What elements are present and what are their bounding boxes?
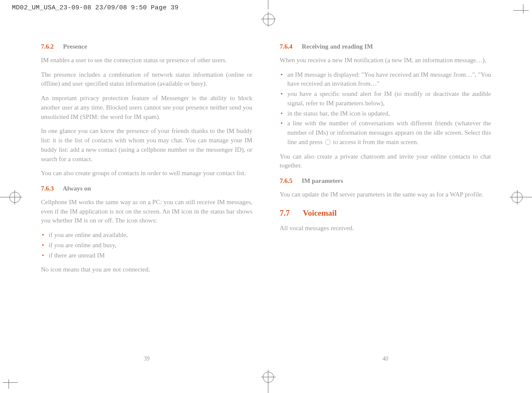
list-item: an IM message is displayed: "You have re… — [280, 70, 491, 89]
section-title: Receiving and reading IM — [302, 43, 373, 50]
heading-765: 7.6.5 IM parameters — [280, 176, 491, 186]
heading-762: 7.6.2 Presence — [41, 42, 253, 52]
page-left: 7.6.2 Presence IM enables a user to see … — [41, 36, 253, 363]
list-item: if you are online and available, — [41, 231, 253, 240]
section-number: 7.7 — [280, 208, 290, 217]
page-number-left: 39 — [41, 355, 253, 363]
section-title: Presence — [63, 43, 87, 50]
list-item: in the status bar, the IM icon is update… — [280, 109, 491, 118]
body-text: No icon means that you are not connected… — [41, 265, 253, 275]
bullet-list-763: if you are online and available, if you … — [41, 231, 253, 260]
page-right: 7.6.4 Receiving and reading IM When you … — [280, 36, 491, 363]
heading-764: 7.6.4 Receiving and reading IM — [280, 42, 491, 52]
page-spread: 7.6.2 Presence IM enables a user to see … — [41, 36, 491, 363]
bullet-list-764: an IM message is displayed: "You have re… — [280, 70, 491, 147]
section-title: IM parameters — [302, 177, 343, 184]
section-number: 7.6.5 — [280, 177, 293, 184]
crop-mark-left-icon — [0, 192, 21, 203]
print-header-slug: MD02_UM_USA_23-09-08 23/09/08 9:50 Page … — [12, 3, 179, 13]
heading-763: 7.6.3 Always on — [41, 184, 253, 194]
body-text: The presence includes a combination of n… — [41, 70, 253, 89]
body-text: You can also create a private chatroom a… — [280, 152, 491, 171]
body-text: You can update the IM server parameters … — [280, 190, 491, 199]
body-text: When you receive a new IM notification (… — [280, 56, 491, 65]
body-text: In one glance you can know the presence … — [41, 127, 253, 164]
list-item: a line with the number of conversations … — [280, 119, 491, 147]
list-item: if there are unread IM — [41, 251, 253, 260]
body-text: An important privacy protection feature … — [41, 94, 253, 121]
crop-corner-bl-icon — [9, 369, 22, 383]
section-title: Always on — [63, 185, 91, 192]
list-item: if you are online and busy, — [41, 241, 253, 250]
section-number: 7.6.3 — [41, 185, 54, 192]
body-text: You can also create groups of contacts i… — [41, 169, 253, 178]
body-text: All vocal messages received. — [280, 224, 491, 233]
list-item-text-b: to access it from the main screen. — [333, 139, 418, 145]
crop-mark-right-icon — [511, 192, 532, 203]
section-title: Voicemail — [303, 208, 337, 217]
section-number: 7.6.4 — [280, 43, 293, 50]
section-number: 7.6.2 — [41, 43, 54, 50]
page-number-right: 40 — [280, 355, 491, 363]
crop-cross-top-icon — [263, 14, 274, 25]
ok-key-icon — [325, 139, 331, 145]
heading-77: 7.7 Voicemail — [280, 207, 491, 219]
body-text: Cellphone IM works the same way as on a … — [41, 198, 253, 225]
list-item: you have a specific sound alert for IM (… — [280, 90, 491, 108]
crop-mark-bottom-icon — [263, 372, 274, 393]
body-text: IM enables a user to see the connection … — [41, 56, 253, 65]
crop-corner-tr-icon — [510, 10, 523, 24]
